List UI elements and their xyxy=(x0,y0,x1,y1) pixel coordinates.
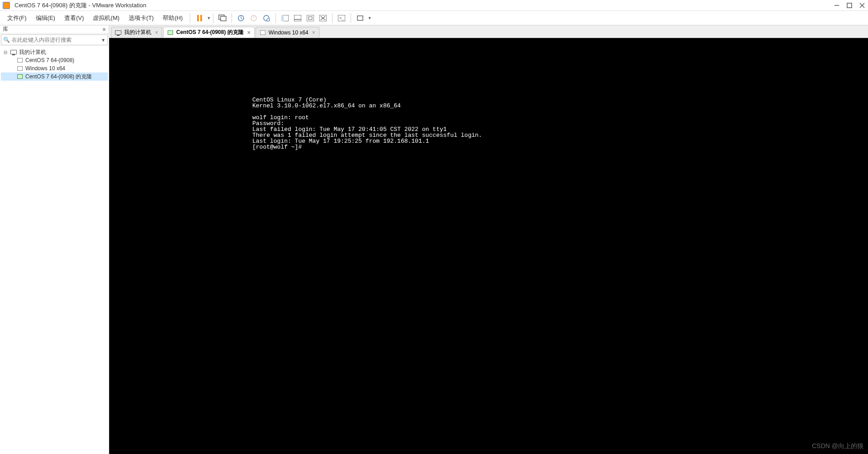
clock-revert-icon xyxy=(250,14,257,22)
tab-close-icon[interactable]: × xyxy=(247,29,251,36)
window-title: CentOS 7 64-(0908) 的克隆 - VMware Workstat… xyxy=(14,1,834,10)
toggle-collapse-icon[interactable]: ⊟ xyxy=(3,50,8,55)
unity-icon xyxy=(319,15,327,21)
separator xyxy=(275,13,276,23)
unity-button[interactable] xyxy=(317,12,329,24)
computer-icon xyxy=(10,49,17,55)
separator xyxy=(213,13,213,23)
tree-item-windows10[interactable]: Windows 10 x64 xyxy=(1,64,108,72)
tree-item-label: CentOS 7 64-(0908) 的克隆 xyxy=(25,73,92,81)
svg-line-8 xyxy=(241,18,242,19)
layout-sidebar-button[interactable] xyxy=(279,12,291,24)
tree-item-label: 我的计算机 xyxy=(19,48,46,56)
separator xyxy=(231,13,232,23)
main-area: 我的计算机 × CentOS 7 64-(0908) 的克隆 × Windows… xyxy=(109,25,868,454)
snapshot-manager-button[interactable] xyxy=(260,12,272,24)
tab-close-icon[interactable]: × xyxy=(312,29,315,36)
layout-bottom-button[interactable] xyxy=(292,12,304,24)
minimize-button[interactable] xyxy=(834,2,840,9)
sidebar-search[interactable]: 🔍 ▼ xyxy=(1,34,108,45)
search-icon: 🔍 xyxy=(3,37,10,43)
layout-bottom-icon xyxy=(294,15,301,21)
fullscreen-icon xyxy=(307,15,314,21)
separator xyxy=(190,13,190,23)
tab-my-computer[interactable]: 我的计算机 × xyxy=(111,27,162,38)
terminal-line: Kernel 3.10.0-1062.el7.x86_64 on an x86_… xyxy=(252,102,401,109)
tab-label: Windows 10 x64 xyxy=(269,29,309,36)
vm-icon xyxy=(260,30,266,35)
clock-manager-icon xyxy=(263,14,270,22)
menu-file[interactable]: 文件(F) xyxy=(3,12,31,24)
vm-icon xyxy=(16,65,24,72)
menu-vm[interactable]: 虚拟机(M) xyxy=(88,12,124,24)
tree-item-label: Windows 10 x64 xyxy=(25,65,65,72)
vm-tree: ⊟ 我的计算机 CentOS 7 64-(0908) Windows 10 x6… xyxy=(0,46,109,454)
pause-icon xyxy=(197,15,202,21)
fullscreen-button[interactable] xyxy=(304,12,316,24)
menu-tabs[interactable]: 选项卡(T) xyxy=(124,12,159,24)
dropdown-arrow-icon[interactable]: ▼ xyxy=(367,16,371,20)
svg-point-12 xyxy=(267,19,270,21)
menu-help[interactable]: 帮助(H) xyxy=(158,12,187,24)
svg-rect-24 xyxy=(357,16,363,20)
svg-text:>_: >_ xyxy=(339,16,344,20)
home-icon xyxy=(115,30,121,35)
monitor-icon xyxy=(218,14,227,22)
title-bar: CentOS 7 64-(0908) 的克隆 - VMware Workstat… xyxy=(0,0,868,11)
library-sidebar: 库 × 🔍 ▼ ⊟ 我的计算机 CentOS 7 64-(0908) Windo… xyxy=(0,25,109,454)
tab-label: 我的计算机 xyxy=(124,29,151,36)
separator xyxy=(332,13,333,23)
revert-snapshot-button[interactable] xyxy=(248,12,260,24)
svg-rect-15 xyxy=(294,15,301,21)
tab-centos-clone[interactable]: CentOS 7 64-(0908) 的克隆 × xyxy=(163,27,255,38)
menu-edit[interactable]: 编辑(E) xyxy=(31,12,60,24)
sidebar-header: 库 × xyxy=(0,25,109,34)
tree-item-centos-clone[interactable]: CentOS 7 64-(0908) 的克隆 xyxy=(1,72,108,81)
stretch-button[interactable] xyxy=(354,12,366,24)
vm-icon xyxy=(16,57,24,63)
maximize-button[interactable] xyxy=(846,2,853,9)
tree-root-my-computer[interactable]: ⊟ 我的计算机 xyxy=(1,48,108,56)
console-icon: >_ xyxy=(338,15,345,21)
close-button[interactable] xyxy=(859,2,865,9)
vmware-app-icon xyxy=(3,2,10,9)
watermark: CSDN @向上的狼 xyxy=(812,442,863,450)
stretch-icon xyxy=(357,15,364,21)
layout-sidebar-icon xyxy=(281,15,289,21)
tab-close-icon[interactable]: × xyxy=(155,29,158,36)
vm-running-icon xyxy=(16,73,24,80)
vm-running-icon xyxy=(167,30,174,35)
menu-view[interactable]: 查看(V) xyxy=(60,12,88,24)
snapshot-button[interactable] xyxy=(235,12,247,24)
clock-icon xyxy=(237,14,245,22)
tree-item-centos[interactable]: CentOS 7 64-(0908) xyxy=(1,56,108,64)
svg-rect-14 xyxy=(281,15,284,21)
sidebar-title: 库 xyxy=(3,25,102,33)
pause-button[interactable] xyxy=(193,12,205,24)
tab-windows10[interactable]: Windows 10 x64 × xyxy=(256,27,319,38)
svg-rect-18 xyxy=(309,17,312,19)
menu-bar: 文件(F) 编辑(E) 查看(V) 虚拟机(M) 选项卡(T) 帮助(H) ▼ … xyxy=(0,11,868,25)
svg-rect-1 xyxy=(847,3,852,8)
tab-label: CentOS 7 64-(0908) 的克隆 xyxy=(176,29,244,36)
search-input[interactable] xyxy=(12,37,101,43)
svg-rect-17 xyxy=(307,15,314,21)
terminal-line: [root@wolf ~]# xyxy=(252,144,302,150)
console-view-button[interactable]: >_ xyxy=(336,12,347,24)
window-controls xyxy=(834,2,865,9)
vm-console[interactable]: CentOS Linux 7 (Core) Kernel 3.10.0-1062… xyxy=(109,38,868,454)
separator xyxy=(351,13,351,23)
search-dropdown-icon[interactable]: ▼ xyxy=(101,38,106,43)
tab-bar: 我的计算机 × CentOS 7 64-(0908) 的克隆 × Windows… xyxy=(109,25,868,38)
sidebar-close-button[interactable]: × xyxy=(102,26,106,33)
dropdown-arrow-icon[interactable]: ▼ xyxy=(207,16,210,20)
send-ctrl-alt-del-button[interactable] xyxy=(217,12,228,24)
svg-rect-5 xyxy=(221,16,226,21)
tree-item-label: CentOS 7 64-(0908) xyxy=(25,57,74,63)
